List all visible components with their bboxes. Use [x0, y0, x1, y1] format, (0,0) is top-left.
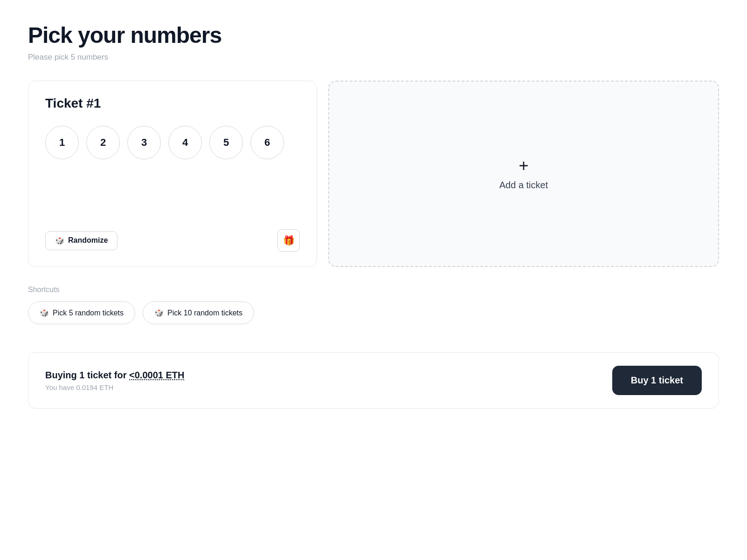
pick-10-label: Pick 10 random tickets	[167, 309, 242, 317]
tickets-row: Ticket #1 1 2 3 4 5 6 🎲 Randomize 🎁 + Ad…	[28, 81, 719, 267]
pick-10-random-button[interactable]: 🎲 Pick 10 random tickets	[143, 301, 254, 324]
ticket-actions: 🎲 Randomize 🎁	[45, 229, 300, 252]
bottom-bar: Buying 1 ticket for <0.0001 ETH You have…	[28, 352, 719, 409]
page-subtitle: Please pick 5 numbers	[28, 53, 719, 62]
page-title: Pick your numbers	[28, 22, 719, 48]
buying-text: Buying 1 ticket for <0.0001 ETH	[45, 370, 184, 381]
shortcuts-label: Shortcuts	[28, 286, 719, 294]
number-2[interactable]: 2	[86, 126, 120, 159]
add-ticket-label: Add a ticket	[499, 180, 548, 191]
buy-ticket-button[interactable]: Buy 1 ticket	[612, 366, 702, 395]
plus-icon: +	[519, 157, 528, 174]
gift-icon: 🎁	[283, 235, 295, 246]
number-3[interactable]: 3	[127, 126, 161, 159]
number-1[interactable]: 1	[45, 126, 79, 159]
pick-5-label: Pick 5 random tickets	[53, 309, 124, 317]
gift-button[interactable]: 🎁	[277, 229, 300, 252]
add-ticket-card[interactable]: + Add a ticket	[328, 81, 719, 267]
ticket-title: Ticket #1	[45, 96, 300, 111]
dice-icon-1: 🎲	[40, 308, 49, 317]
bottom-info: Buying 1 ticket for <0.0001 ETH You have…	[45, 370, 184, 391]
dice-icon: 🎲	[55, 236, 64, 245]
pick-5-random-button[interactable]: 🎲 Pick 5 random tickets	[28, 301, 135, 324]
number-5[interactable]: 5	[209, 126, 243, 159]
balance-text: You have 0.0194 ETH	[45, 383, 184, 391]
number-grid: 1 2 3 4 5 6	[45, 126, 300, 159]
ticket-card-1: Ticket #1 1 2 3 4 5 6 🎲 Randomize 🎁	[28, 81, 317, 267]
price-text: <0.0001 ETH	[129, 370, 184, 380]
number-4[interactable]: 4	[168, 126, 202, 159]
shortcuts-section: Shortcuts 🎲 Pick 5 random tickets 🎲 Pick…	[28, 286, 719, 324]
number-6[interactable]: 6	[250, 126, 284, 159]
randomize-button[interactable]: 🎲 Randomize	[45, 231, 118, 250]
buying-prefix: Buying 1 ticket for	[45, 370, 129, 380]
randomize-label: Randomize	[68, 236, 108, 245]
dice-icon-2: 🎲	[154, 308, 164, 317]
shortcuts-row: 🎲 Pick 5 random tickets 🎲 Pick 10 random…	[28, 301, 719, 324]
